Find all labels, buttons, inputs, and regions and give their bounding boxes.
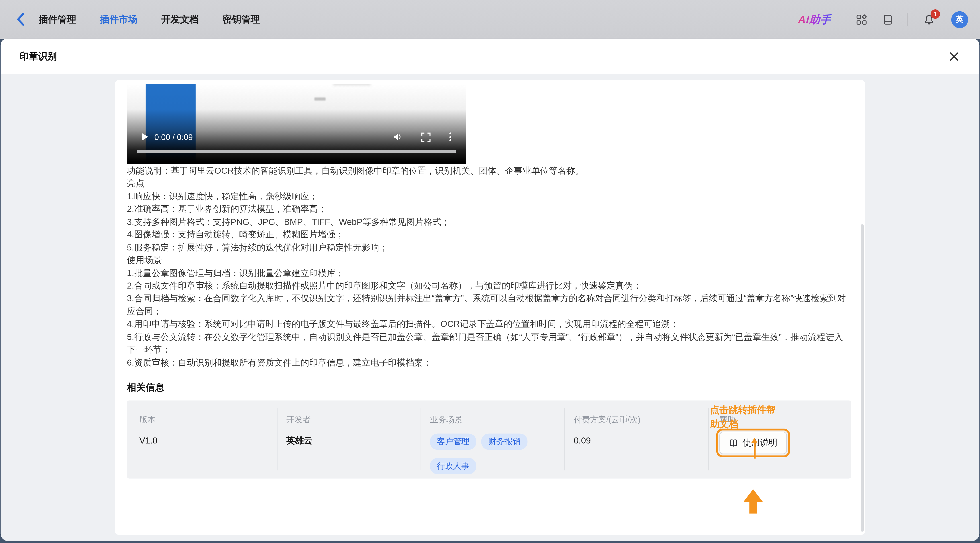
related-info-title: 相关信息 [127,382,849,394]
tab-plugin-management[interactable]: 插件管理 [39,13,76,25]
tab-plugin-market[interactable]: 插件市场 [100,13,137,25]
column-divider [421,408,422,470]
scenario-item: 4.用印申请与核验：系统可对比申请时上传的电子版文件与最终盖章后的扫描件。OCR… [127,318,850,330]
developer-label: 开发者 [286,414,312,426]
play-button[interactable] [142,133,148,141]
topbar-right-cluster: AI助手 [798,11,968,28]
annotation-text: 点击跳转插件帮 助文档 [710,403,798,431]
chevron-left-icon [16,13,25,26]
manual-book-icon[interactable] [883,14,893,25]
plugin-description-section: 功能说明：基于阿里云OCR技术的智能识别工具，自动识别图像中印章的位置，识别机关… [127,164,850,369]
highlight-item: 5.服务稳定：扩展性好，算法持续的迭代优化对用户稳定性无影响； [127,241,850,254]
plugin-detail-modal: 印章识别 [1,39,979,541]
version-value: V1.0 [139,435,158,446]
tab-key-management[interactable]: 密钥管理 [223,13,260,25]
plugin-detail-card: 0:00 / 0:09 [115,80,865,535]
annotation-big-up-arrow-icon [743,489,763,513]
usage-instructions-label: 使用说明 [743,437,778,449]
scenario-item: 5.行政与公文流转：在公文数字化管理系统中，自动识别文件是否已加盖公章、盖章部门… [127,330,850,356]
business-scenario-label: 业务场景 [430,414,528,426]
feature-description: 功能说明：基于阿里云OCR技术的智能识别工具，自动识别图像中印章的位置，识别机关… [127,164,850,177]
close-button[interactable] [947,49,961,63]
column-divider [277,408,277,470]
topbar-divider [907,13,908,25]
volume-icon[interactable] [393,132,402,142]
scenario-tag: 客户管理 [430,433,476,450]
user-avatar[interactable]: 英 [951,11,968,28]
notification-badge: 1 [931,9,940,19]
top-nav-bar: 插件管理 插件市场 开发文档 密钥管理 AI助手 [0,0,980,39]
pricing-label: 付费方案/(云币/次) [574,414,641,426]
highlight-item: 4.图像增强：支持自动旋转、畸变矫正、模糊图片增强； [127,228,850,241]
modal-header: 印章识别 [1,39,979,74]
card-scrollbar-thumb[interactable] [861,224,864,532]
business-scenario-column: 业务场景 客户管理 财务报销 行政人事 [430,400,528,474]
version-column: 版本 V1.0 [139,400,158,446]
back-button[interactable] [14,13,28,26]
video-menu-icon[interactable] [449,132,451,141]
video-time: 0:00 / 0:09 [154,132,192,141]
highlight-item: 3.支持多种图片格式：支持PNG、JPG、BMP、TIFF、WebP等多种常见图… [127,215,850,228]
nav-tabs: 插件管理 插件市场 开发文档 密钥管理 [39,13,260,25]
scenario-tag: 财务报销 [481,433,528,450]
notifications-button[interactable]: 1 [924,14,934,25]
version-label: 版本 [139,414,158,426]
modal-body: 0:00 / 0:09 [1,74,979,541]
page-title: 印章识别 [19,50,57,62]
developer-column: 开发者 英雄云 [286,400,312,447]
fullscreen-icon[interactable] [421,132,431,141]
close-icon [949,52,958,61]
open-book-icon [729,438,738,448]
scenario-item: 1.批量公章图像管理与归档：识别批量公章建立印模库； [127,267,850,279]
tab-dev-docs[interactable]: 开发文档 [161,13,199,25]
column-divider [708,408,709,470]
scenarios-title: 使用场景 [127,254,850,266]
scenario-item: 3.合同归档与检索：在合同数字化入库时，不仅识别文字，还特别识别并标注出“盖章方… [127,292,850,318]
app-window: 插件管理 插件市场 开发文档 密钥管理 AI助手 [0,0,980,543]
video-progress-bar[interactable] [137,150,457,153]
scenario-item: 6.资质审核：自动识别和提取所有资质文件上的印章信息，建立电子印模档案； [127,356,850,368]
highlight-item: 2.准确率高：基于业界创新的算法模型，准确率高； [127,203,850,215]
pricing-column: 付费方案/(云币/次) 0.09 [574,400,641,446]
annotation-thin-up-arrow-icon [751,438,758,459]
highlights-title: 亮点 [127,177,850,190]
scenario-tag: 行政人事 [430,458,476,474]
apps-grid-icon[interactable] [856,14,867,25]
developer-value: 英雄云 [286,435,312,447]
column-divider [565,408,565,470]
highlight-item: 1.响应快：识别速度快，稳定性高，毫秒级响应； [127,190,850,203]
video-controls: 0:00 / 0:09 [127,131,466,143]
demo-video-player[interactable]: 0:00 / 0:09 [127,84,466,164]
pricing-value: 0.09 [574,435,641,446]
scenario-item: 2.合同或文件印章审核：系统自动提取扫描件或照片中的印章图形和文字（如公司名称）… [127,279,850,292]
ai-assistant-logo[interactable]: AI助手 [798,12,832,27]
